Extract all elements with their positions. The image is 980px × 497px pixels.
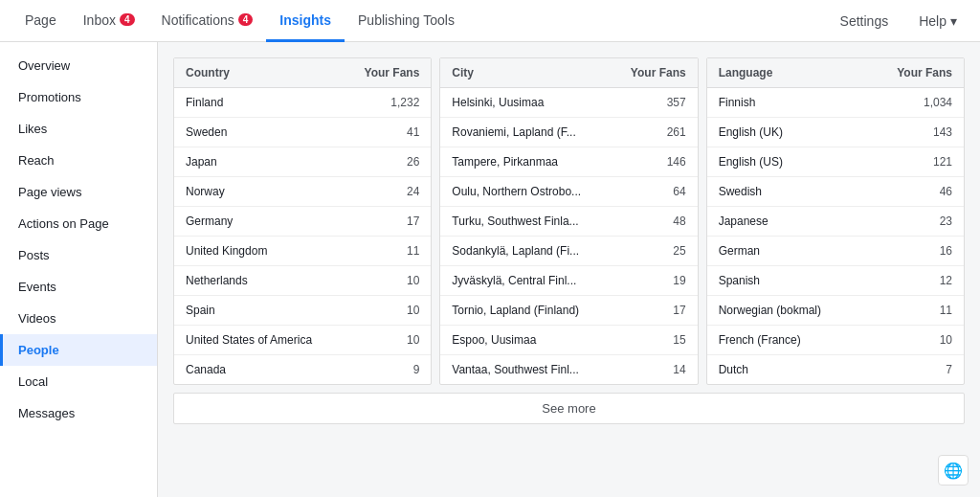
- table-row: English (US)121: [707, 147, 964, 177]
- language-cell-3-1: 46: [865, 177, 964, 207]
- country-cell-6-1: 10: [343, 266, 431, 296]
- country-cell-1-1: 41: [343, 118, 431, 147]
- main-content: CountryYour FansFinland1,232Sweden41Japa…: [158, 42, 980, 497]
- country-cell-2-0: Japan: [174, 147, 343, 177]
- top-nav-item-notifications[interactable]: Notifications4: [148, 0, 267, 42]
- sidebar-item-reach[interactable]: Reach: [0, 145, 157, 176]
- country-cell-0-0: Finland: [174, 88, 343, 118]
- city-cell-1-0: Rovaniemi, Lapland (F...: [440, 118, 610, 147]
- see-more-row: See more: [173, 393, 965, 424]
- language-cell-5-1: 16: [865, 237, 964, 266]
- table-row: Espoo, Uusimaa15: [440, 326, 697, 355]
- city-cell-8-0: Espoo, Uusimaa: [440, 326, 610, 355]
- country-table: CountryYour FansFinland1,232Sweden41Japa…: [173, 57, 432, 385]
- table-row: Spanish12: [707, 266, 964, 296]
- language-cell-5-0: German: [707, 237, 865, 266]
- sidebar-item-actions-on-page[interactable]: Actions on Page: [0, 208, 157, 239]
- country-cell-8-1: 10: [343, 326, 431, 355]
- country-cell-7-0: Spain: [174, 296, 343, 326]
- table-row: Canada9: [174, 355, 431, 385]
- city-cell-9-1: 14: [610, 355, 697, 385]
- country-cell-9-0: Canada: [174, 355, 343, 385]
- globe-button[interactable]: 🌐: [938, 455, 969, 486]
- language-cell-1-0: English (UK): [707, 118, 865, 147]
- sidebar-item-page-views[interactable]: Page views: [0, 176, 157, 208]
- help-dropdown-arrow: ▾: [950, 13, 957, 29]
- table-row: United Kingdom11: [174, 237, 431, 266]
- city-cell-6-1: 19: [610, 266, 697, 296]
- top-nav-item-inbox[interactable]: Inbox4: [70, 0, 148, 42]
- table-row: Finnish1,034: [707, 88, 964, 118]
- table-row: Finland1,232: [174, 88, 431, 118]
- table-row: Oulu, Northern Ostrobo...64: [440, 177, 697, 207]
- country-col-1: Your Fans: [343, 58, 431, 88]
- city-cell-5-0: Sodankylä, Lapland (Fi...: [440, 237, 610, 266]
- top-nav-item-publishing-tools[interactable]: Publishing Tools: [345, 0, 468, 42]
- sidebar-item-messages[interactable]: Messages: [0, 397, 157, 429]
- sidebar-item-events[interactable]: Events: [0, 271, 157, 303]
- language-cell-0-0: Finnish: [707, 88, 865, 118]
- table-row: Swedish46: [707, 177, 964, 207]
- sidebar-item-posts[interactable]: Posts: [0, 239, 157, 271]
- see-more-button[interactable]: See more: [173, 393, 965, 424]
- country-col-0: Country: [174, 58, 343, 88]
- nav-badge-inbox: 4: [120, 13, 135, 26]
- table-row: Tornio, Lapland (Finland)17: [440, 296, 697, 326]
- sidebar-item-local[interactable]: Local: [0, 366, 157, 397]
- language-cell-9-1: 7: [865, 355, 964, 385]
- country-cell-7-1: 10: [343, 296, 431, 326]
- country-cell-3-0: Norway: [174, 177, 343, 207]
- table-row: United States of America10: [174, 326, 431, 355]
- city-cell-1-1: 261: [610, 118, 697, 147]
- table-row: Netherlands10: [174, 266, 431, 296]
- country-cell-5-0: United Kingdom: [174, 237, 343, 266]
- city-col-1: Your Fans: [610, 58, 697, 88]
- city-col-0: City: [440, 58, 610, 88]
- language-table: LanguageYour FansFinnish1,034English (UK…: [706, 57, 965, 385]
- table-row: Norwegian (bokmal)11: [707, 296, 964, 326]
- table-row: Sweden41: [174, 118, 431, 147]
- table-row: Tampere, Pirkanmaa146: [440, 147, 697, 177]
- city-cell-0-1: 357: [610, 88, 697, 118]
- city-cell-3-0: Oulu, Northern Ostrobo...: [440, 177, 610, 207]
- city-cell-4-1: 48: [610, 207, 697, 237]
- language-cell-3-0: Swedish: [707, 177, 865, 207]
- sidebar-item-people[interactable]: People: [0, 334, 157, 366]
- sidebar-item-promotions[interactable]: Promotions: [0, 81, 157, 113]
- settings-button[interactable]: Settings: [829, 0, 901, 42]
- city-cell-2-1: 146: [610, 147, 697, 177]
- city-cell-4-0: Turku, Southwest Finla...: [440, 207, 610, 237]
- top-nav-item-insights[interactable]: Insights: [266, 0, 345, 42]
- table-row: English (UK)143: [707, 118, 964, 147]
- sidebar-item-videos[interactable]: Videos: [0, 303, 157, 334]
- table-row: Sodankylä, Lapland (Fi...25: [440, 237, 697, 266]
- language-col-0: Language: [707, 58, 865, 88]
- country-cell-1-0: Sweden: [174, 118, 343, 147]
- table-row: Helsinki, Uusimaa357: [440, 88, 697, 118]
- language-cell-4-0: Japanese: [707, 207, 865, 237]
- table-row: French (France)10: [707, 326, 964, 355]
- language-cell-2-1: 121: [865, 147, 964, 177]
- table-row: Turku, Southwest Finla...48: [440, 207, 697, 237]
- language-cell-9-0: Dutch: [707, 355, 865, 385]
- language-cell-0-1: 1,034: [865, 88, 964, 118]
- table-row: Germany17: [174, 207, 431, 237]
- language-cell-2-0: English (US): [707, 147, 865, 177]
- country-cell-9-1: 9: [343, 355, 431, 385]
- top-nav-item-page[interactable]: Page: [11, 0, 70, 42]
- top-navigation: PageInbox4Notifications4InsightsPublishi…: [0, 0, 980, 42]
- city-cell-7-1: 17: [610, 296, 697, 326]
- language-cell-8-1: 10: [865, 326, 964, 355]
- city-cell-6-0: Jyväskylä, Central Finl...: [440, 266, 610, 296]
- table-row: Spain10: [174, 296, 431, 326]
- top-nav-right: Settings Help ▾: [829, 0, 969, 42]
- sidebar-item-overview[interactable]: Overview: [0, 50, 157, 81]
- help-button[interactable]: Help ▾: [907, 0, 969, 42]
- sidebar-item-likes[interactable]: Likes: [0, 113, 157, 145]
- city-cell-0-0: Helsinki, Uusimaa: [440, 88, 610, 118]
- language-cell-7-0: Norwegian (bokmal): [707, 296, 865, 326]
- language-cell-7-1: 11: [865, 296, 964, 326]
- table-row: Japanese23: [707, 207, 964, 237]
- country-cell-8-0: United States of America: [174, 326, 343, 355]
- country-cell-4-0: Germany: [174, 207, 343, 237]
